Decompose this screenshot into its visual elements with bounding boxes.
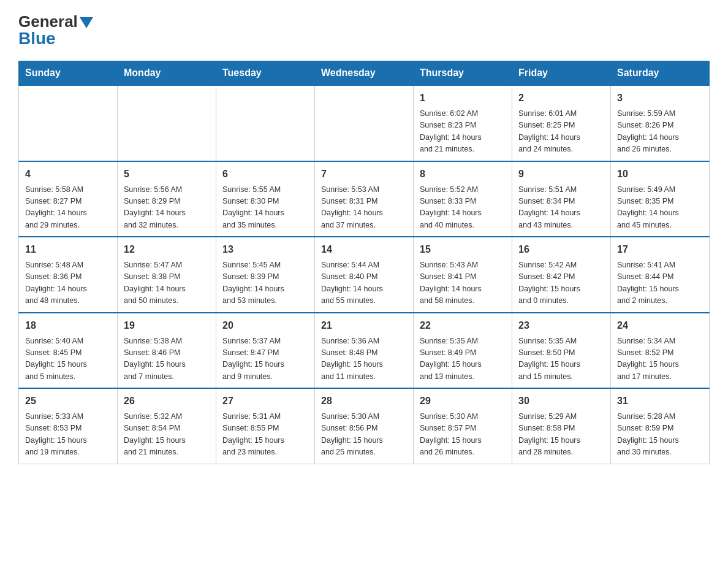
day-number: 3	[617, 91, 703, 105]
calendar-week-row: 11Sunrise: 5:48 AMSunset: 8:36 PMDayligh…	[19, 237, 710, 313]
day-info: Sunrise: 5:44 AMSunset: 8:40 PMDaylight:…	[321, 259, 407, 307]
day-number: 12	[124, 242, 210, 257]
day-number: 30	[518, 394, 604, 408]
day-info: Sunrise: 5:36 AMSunset: 8:48 PMDaylight:…	[321, 335, 407, 383]
calendar-week-row: 18Sunrise: 5:40 AMSunset: 8:45 PMDayligh…	[19, 313, 710, 389]
day-number: 8	[420, 167, 506, 182]
calendar-cell	[216, 85, 315, 161]
day-info: Sunrise: 5:30 AMSunset: 8:56 PMDaylight:…	[321, 411, 407, 459]
day-info: Sunrise: 5:43 AMSunset: 8:41 PMDaylight:…	[420, 259, 506, 307]
calendar-cell: 9Sunrise: 5:51 AMSunset: 8:34 PMDaylight…	[512, 161, 611, 237]
day-info: Sunrise: 5:34 AMSunset: 8:52 PMDaylight:…	[617, 335, 703, 383]
day-info: Sunrise: 5:59 AMSunset: 8:26 PMDaylight:…	[617, 108, 703, 156]
day-info: Sunrise: 5:56 AMSunset: 8:29 PMDaylight:…	[124, 184, 210, 232]
calendar-cell: 27Sunrise: 5:31 AMSunset: 8:55 PMDayligh…	[216, 388, 315, 464]
day-number: 6	[222, 167, 308, 182]
day-number: 24	[617, 318, 703, 333]
calendar-cell: 3Sunrise: 5:59 AMSunset: 8:26 PMDaylight…	[611, 85, 710, 161]
page-header: General Blue	[18, 12, 710, 48]
logo-blue-text: Blue	[18, 29, 56, 48]
day-number: 13	[222, 242, 308, 257]
day-info: Sunrise: 6:02 AMSunset: 8:23 PMDaylight:…	[420, 108, 506, 156]
day-info: Sunrise: 5:30 AMSunset: 8:57 PMDaylight:…	[420, 411, 506, 459]
column-header-saturday: Saturday	[611, 61, 710, 86]
calendar-cell: 6Sunrise: 5:55 AMSunset: 8:30 PMDaylight…	[216, 161, 315, 237]
day-number: 4	[25, 167, 111, 182]
calendar-cell: 26Sunrise: 5:32 AMSunset: 8:54 PMDayligh…	[118, 388, 216, 464]
day-number: 20	[222, 318, 308, 333]
day-number: 17	[617, 242, 703, 257]
calendar-cell: 25Sunrise: 5:33 AMSunset: 8:53 PMDayligh…	[19, 388, 118, 464]
calendar-cell: 15Sunrise: 5:43 AMSunset: 8:41 PMDayligh…	[414, 237, 512, 313]
calendar-header-row: SundayMondayTuesdayWednesdayThursdayFrid…	[19, 61, 710, 86]
calendar-cell: 14Sunrise: 5:44 AMSunset: 8:40 PMDayligh…	[315, 237, 414, 313]
day-info: Sunrise: 5:53 AMSunset: 8:31 PMDaylight:…	[321, 184, 407, 232]
calendar-cell	[19, 85, 118, 161]
day-info: Sunrise: 5:29 AMSunset: 8:58 PMDaylight:…	[518, 411, 604, 459]
day-info: Sunrise: 5:49 AMSunset: 8:35 PMDaylight:…	[617, 184, 703, 232]
day-info: Sunrise: 5:58 AMSunset: 8:27 PMDaylight:…	[25, 184, 111, 232]
day-info: Sunrise: 5:42 AMSunset: 8:42 PMDaylight:…	[518, 259, 604, 307]
day-number: 18	[25, 318, 111, 333]
calendar-cell	[118, 85, 216, 161]
calendar-cell: 28Sunrise: 5:30 AMSunset: 8:56 PMDayligh…	[315, 388, 414, 464]
calendar-week-row: 4Sunrise: 5:58 AMSunset: 8:27 PMDaylight…	[19, 161, 710, 237]
day-number: 1	[420, 91, 506, 105]
calendar-cell: 8Sunrise: 5:52 AMSunset: 8:33 PMDaylight…	[414, 161, 512, 237]
calendar-cell: 12Sunrise: 5:47 AMSunset: 8:38 PMDayligh…	[118, 237, 216, 313]
day-info: Sunrise: 5:51 AMSunset: 8:34 PMDaylight:…	[518, 184, 604, 232]
day-number: 26	[124, 394, 210, 408]
calendar-cell: 10Sunrise: 5:49 AMSunset: 8:35 PMDayligh…	[611, 161, 710, 237]
calendar-cell: 22Sunrise: 5:35 AMSunset: 8:49 PMDayligh…	[414, 313, 512, 389]
day-number: 28	[321, 394, 407, 408]
calendar-cell: 16Sunrise: 5:42 AMSunset: 8:42 PMDayligh…	[512, 237, 611, 313]
day-info: Sunrise: 5:41 AMSunset: 8:44 PMDaylight:…	[617, 259, 703, 307]
column-header-sunday: Sunday	[19, 61, 118, 86]
logo: General Blue	[18, 12, 93, 48]
svg-marker-0	[80, 17, 93, 28]
day-info: Sunrise: 5:52 AMSunset: 8:33 PMDaylight:…	[420, 184, 506, 232]
day-info: Sunrise: 5:35 AMSunset: 8:49 PMDaylight:…	[420, 335, 506, 383]
day-number: 5	[124, 167, 210, 182]
day-number: 23	[518, 318, 604, 333]
day-info: Sunrise: 5:40 AMSunset: 8:45 PMDaylight:…	[25, 335, 111, 383]
column-header-friday: Friday	[512, 61, 611, 86]
day-info: Sunrise: 5:38 AMSunset: 8:46 PMDaylight:…	[124, 335, 210, 383]
day-info: Sunrise: 5:47 AMSunset: 8:38 PMDaylight:…	[124, 259, 210, 307]
day-info: Sunrise: 5:33 AMSunset: 8:53 PMDaylight:…	[25, 411, 111, 459]
day-number: 25	[25, 394, 111, 408]
day-number: 16	[518, 242, 604, 257]
calendar-cell: 24Sunrise: 5:34 AMSunset: 8:52 PMDayligh…	[611, 313, 710, 389]
day-info: Sunrise: 5:32 AMSunset: 8:54 PMDaylight:…	[124, 411, 210, 459]
day-number: 9	[518, 167, 604, 182]
calendar-week-row: 25Sunrise: 5:33 AMSunset: 8:53 PMDayligh…	[19, 388, 710, 464]
day-number: 15	[420, 242, 506, 257]
calendar-cell: 21Sunrise: 5:36 AMSunset: 8:48 PMDayligh…	[315, 313, 414, 389]
column-header-monday: Monday	[118, 61, 216, 86]
day-info: Sunrise: 5:48 AMSunset: 8:36 PMDaylight:…	[25, 259, 111, 307]
column-header-tuesday: Tuesday	[216, 61, 315, 86]
day-info: Sunrise: 5:35 AMSunset: 8:50 PMDaylight:…	[518, 335, 604, 383]
logo-triangle-icon	[80, 17, 93, 28]
calendar-cell: 31Sunrise: 5:28 AMSunset: 8:59 PMDayligh…	[611, 388, 710, 464]
day-number: 27	[222, 394, 308, 408]
calendar-cell: 7Sunrise: 5:53 AMSunset: 8:31 PMDaylight…	[315, 161, 414, 237]
calendar-cell: 11Sunrise: 5:48 AMSunset: 8:36 PMDayligh…	[19, 237, 118, 313]
calendar-cell: 17Sunrise: 5:41 AMSunset: 8:44 PMDayligh…	[611, 237, 710, 313]
day-info: Sunrise: 6:01 AMSunset: 8:25 PMDaylight:…	[518, 108, 604, 156]
calendar-cell: 2Sunrise: 6:01 AMSunset: 8:25 PMDaylight…	[512, 85, 611, 161]
day-info: Sunrise: 5:28 AMSunset: 8:59 PMDaylight:…	[617, 411, 703, 459]
day-number: 14	[321, 242, 407, 257]
day-number: 21	[321, 318, 407, 333]
calendar-week-row: 1Sunrise: 6:02 AMSunset: 8:23 PMDaylight…	[19, 85, 710, 161]
day-number: 19	[124, 318, 210, 333]
day-number: 2	[518, 91, 604, 105]
calendar-cell	[315, 85, 414, 161]
calendar-cell: 30Sunrise: 5:29 AMSunset: 8:58 PMDayligh…	[512, 388, 611, 464]
day-number: 22	[420, 318, 506, 333]
calendar-table: SundayMondayTuesdayWednesdayThursdayFrid…	[18, 61, 710, 464]
day-info: Sunrise: 5:31 AMSunset: 8:55 PMDaylight:…	[222, 411, 308, 459]
day-info: Sunrise: 5:55 AMSunset: 8:30 PMDaylight:…	[222, 184, 308, 232]
calendar-cell: 1Sunrise: 6:02 AMSunset: 8:23 PMDaylight…	[414, 85, 512, 161]
calendar-cell: 19Sunrise: 5:38 AMSunset: 8:46 PMDayligh…	[118, 313, 216, 389]
